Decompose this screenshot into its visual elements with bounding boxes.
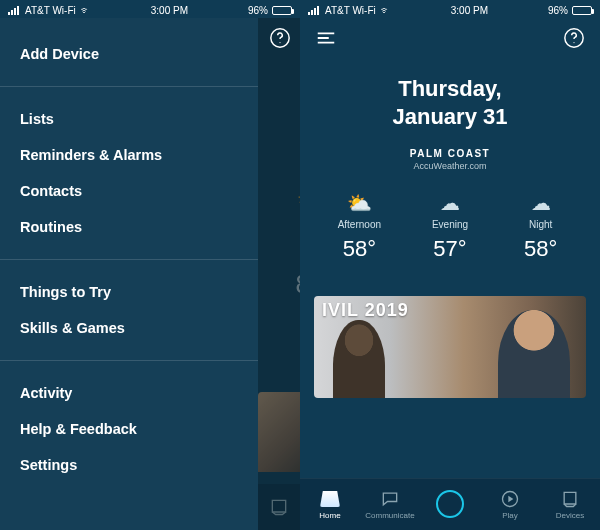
location-name: PALM COAST [410,148,490,159]
nav-label: Home [319,511,340,520]
status-bar: AT&T Wi-Fi ᯤ 3:00 PM 96% [0,0,300,18]
menu-icon[interactable] [314,26,338,50]
nav-devices[interactable]: Devices [540,489,600,520]
nav-alexa[interactable] [420,494,480,516]
forecast-row: ⛅ Afternoon 58° ☁︎ Evening 57° ☁︎ Night … [314,193,586,262]
content-behind-drawer[interactable] [258,18,300,530]
home-icon [320,491,340,507]
video-banner-text: IVIL 2019 [322,300,409,321]
nav-play[interactable]: Play [480,489,540,520]
nav-communicate[interactable]: Communicate [360,489,420,520]
partly-sunny-icon: ⛅ [347,193,372,213]
signal-icon [308,6,319,15]
home-content: Thursday, January 31 PALM COAST AccuWeat… [300,58,600,398]
forecast-label: Afternoon [338,219,381,230]
drawer-item-contacts[interactable]: Contacts [0,173,258,209]
nav-home[interactable]: Home [300,489,360,520]
forecast-label: Night [529,219,552,230]
navigation-drawer: Add Device Lists Reminders & Alarms Cont… [0,18,258,530]
drawer-item-add-device[interactable]: Add Device [0,36,258,72]
battery-pct: 96% [548,5,568,16]
carrier-label: AT&T Wi-Fi [25,5,76,16]
signal-icon [8,6,19,15]
person-silhouette [498,310,570,398]
divider [0,86,258,87]
forecast-evening[interactable]: ☁︎ Evening 57° [405,193,496,262]
nav-label: Devices [556,511,584,520]
video-card[interactable]: IVIL 2019 [314,296,586,398]
bottom-nav: Home Communicate Play Devices [300,478,600,530]
date-monthday: January 31 [300,104,600,130]
weather-provider[interactable]: AccuWeather.com [414,161,487,171]
phone-right: AT&T Wi-Fi ᯤ 3:00 PM 96% Thursday, Janua… [300,0,600,530]
drawer-item-lists[interactable]: Lists [0,101,258,137]
nav-label: Play [502,511,518,520]
date-weekday: Thursday, [300,76,600,102]
forecast-afternoon[interactable]: ⛅ Afternoon 58° [314,193,405,262]
forecast-temp: 58° [343,236,376,262]
status-bar: AT&T Wi-Fi ᯤ 3:00 PM 96% [300,0,600,18]
drawer-item-settings[interactable]: Settings [0,447,258,483]
help-icon[interactable] [562,26,586,50]
app-header [300,18,600,58]
svg-point-3 [573,42,574,43]
night-cloud-icon: ☁︎ [440,193,460,213]
phone-left: AT&T Wi-Fi ᯤ 3:00 PM 96% ⛅ ght 8° Add De… [0,0,300,530]
drawer-item-activity[interactable]: Activity [0,375,258,411]
battery-pct: 96% [248,5,268,16]
drawer-item-reminders-alarms[interactable]: Reminders & Alarms [0,137,258,173]
alexa-icon [436,490,464,518]
forecast-temp: 57° [433,236,466,262]
clock: 3:00 PM [451,5,488,16]
night-cloud-icon: ☁︎ [531,193,551,213]
battery-icon [572,6,592,15]
carrier-label: AT&T Wi-Fi [325,5,376,16]
forecast-label: Evening [432,219,468,230]
location-row: PALM COAST AccuWeather.com [300,148,600,171]
clock: 3:00 PM [151,5,188,16]
drawer-item-skills-games[interactable]: Skills & Games [0,310,258,346]
wifi-icon: ᯤ [80,4,91,16]
play-icon [500,489,520,509]
divider [0,360,258,361]
forecast-temp: 58° [524,236,557,262]
drawer-item-help-feedback[interactable]: Help & Feedback [0,411,258,447]
person-silhouette [333,320,385,398]
devices-icon [560,489,580,509]
divider [0,259,258,260]
battery-icon [272,6,292,15]
drawer-item-routines[interactable]: Routines [0,209,258,245]
wifi-icon: ᯤ [380,4,391,16]
forecast-night[interactable]: ☁︎ Night 58° [495,193,586,262]
nav-label: Communicate [365,511,414,520]
help-icon[interactable] [268,26,292,50]
drawer-item-things-to-try[interactable]: Things to Try [0,274,258,310]
svg-point-1 [279,42,280,43]
chat-icon [380,489,400,509]
